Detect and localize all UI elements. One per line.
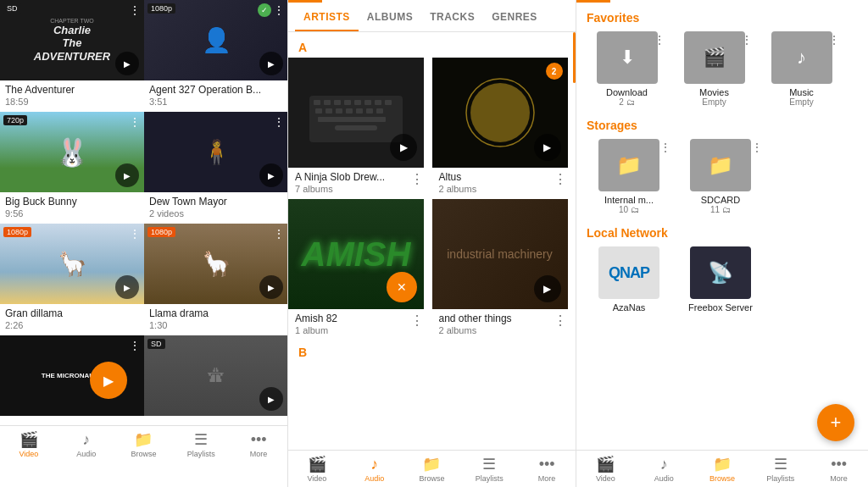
fav-label: Music	[789, 87, 814, 97]
nav-more[interactable]: ••• More	[810, 452, 868, 486]
more-menu-icon[interactable]: ⋮	[409, 313, 426, 329]
music-icon: ♪	[797, 47, 806, 69]
nav-label: Browse	[131, 450, 156, 458]
svg-rect-17	[335, 125, 377, 130]
more-menu-icon[interactable]: ⋮	[273, 227, 285, 241]
tab-genres[interactable]: GENRES	[483, 3, 546, 31]
favorites-grid: ⬇ ⋮ Download 2 🗂 🎬 ⋮ Movies	[587, 31, 858, 107]
browse-icon: 📁	[134, 430, 153, 449]
quality-badge: SD	[147, 339, 165, 349]
play-button[interactable]: ▶	[390, 134, 417, 161]
fav-download[interactable]: ⬇ ⋮ Download 2 🗂	[587, 31, 667, 107]
fab-add-button[interactable]: +	[817, 404, 854, 441]
video-grid: CHAPTER TWO CharlieTheADVENTURER SD ⋮ ▶ …	[0, 0, 287, 425]
play-button-large[interactable]: ▶	[90, 362, 127, 399]
nav-label: Video	[19, 450, 38, 458]
video-item[interactable]: CHAPTER TWO CharlieTheADVENTURER SD ⋮ ▶ …	[0, 0, 144, 112]
network-freebox[interactable]: 📡 Freebox Server	[678, 246, 763, 313]
svg-rect-7	[375, 100, 381, 105]
nav-browse[interactable]: 📁 Browse	[693, 451, 752, 486]
cancel-button[interactable]: ✕	[387, 272, 417, 302]
audio-icon: ♪	[660, 456, 668, 473]
video-duration: 2 videos	[149, 208, 283, 219]
nav-playlists[interactable]: ☰ Playlists	[460, 451, 518, 486]
bottom-nav-right: 🎬 Video ♪ Audio 📁 Browse ☰ Playlists •••…	[576, 450, 868, 487]
bottom-nav-middle: 🎬 Video ♪ Audio 📁 Browse ☰ Playlists •••…	[288, 450, 576, 487]
artist-item[interactable]: 2 ▶ Altus 2 albums ⋮	[432, 58, 576, 199]
storage-internal[interactable]: 📁 ⋮ Internal m... 10 🗂	[587, 139, 671, 214]
storage-sdcard[interactable]: 📁 ⋮ SDCARD 11 🗂	[678, 139, 763, 214]
play-button[interactable]: ▶	[115, 52, 139, 75]
artist-item[interactable]: ▶ A Ninja Slob Drew... 7 albums ⋮	[288, 58, 432, 199]
video-item[interactable]: 🦙 1080p ⋮ ▶ Gran dillama 2:26	[0, 224, 144, 335]
nav-label: Playlists	[476, 474, 504, 483]
nav-browse[interactable]: 📁 Browse	[403, 451, 461, 486]
play-button[interactable]: ▶	[259, 52, 283, 75]
nav-browse[interactable]: 📁 Browse	[115, 427, 173, 462]
bottom-nav-left: 🎬 Video ♪ Audio 📁 Browse ☰ Playlists •••…	[0, 425, 287, 462]
audio-icon: ♪	[370, 456, 378, 473]
play-button[interactable]: ▶	[259, 275, 283, 299]
fav-music[interactable]: ♪ ⋮ Music Empty	[761, 31, 842, 107]
more-menu-icon[interactable]: ⋮	[659, 141, 671, 154]
nav-video[interactable]: 🎬 Video	[288, 451, 346, 486]
video-item[interactable]: THE MICRONAUTS ⋮ ▶	[0, 335, 144, 425]
nav-audio[interactable]: ♪ Audio	[58, 428, 115, 462]
video-item[interactable]: 🧍 ⋮ ▶ Dew Town Mayor 2 videos	[144, 112, 288, 224]
video-title: The Adventurer	[5, 84, 139, 96]
qnap-icon-box: QNAP	[598, 246, 659, 299]
favorites-title: Favorites	[587, 11, 858, 25]
play-button[interactable]: ▶	[259, 387, 283, 411]
playlist-icon: ☰	[774, 455, 787, 473]
download-icon: ⬇	[620, 47, 635, 69]
artist-item[interactable]: industrial machinery ▶ and other things …	[432, 199, 576, 340]
browse-icon: 📁	[713, 455, 732, 473]
more-menu-icon[interactable]: ⋮	[552, 313, 569, 329]
artist-name: Altus	[439, 171, 477, 183]
more-menu-icon[interactable]: ⋮	[273, 115, 285, 129]
video-item[interactable]: 👤 1080p ✓ ⋮ ▶ Agent 327 Operation B... 3…	[144, 0, 288, 112]
artist-name: A Ninja Slob Drew...	[295, 171, 385, 183]
movies-icon: 🎬	[703, 47, 726, 69]
tab-albums[interactable]: ALBUMS	[359, 3, 421, 31]
left-panel: CHAPTER TWO CharlieTheADVENTURER SD ⋮ ▶ …	[0, 0, 288, 487]
network-azanas[interactable]: QNAP AzaNas	[587, 246, 671, 313]
download-icon-box: ⬇	[597, 31, 658, 84]
more-menu-icon[interactable]: ⋮	[409, 171, 426, 187]
more-menu-icon[interactable]: ⋮	[129, 115, 141, 129]
more-menu-icon[interactable]: ⋮	[129, 339, 141, 352]
play-button[interactable]: ▶	[259, 163, 283, 187]
fav-movies[interactable]: 🎬 ⋮ Movies Empty	[674, 31, 754, 107]
more-menu-icon[interactable]: ⋮	[751, 141, 763, 154]
adv-title: CharlieTheADVENTURER	[34, 24, 110, 64]
nav-playlists[interactable]: ☰ Playlists	[751, 451, 810, 486]
nav-playlists[interactable]: ☰ Playlists	[172, 427, 230, 462]
tab-tracks[interactable]: TRACKS	[421, 3, 483, 31]
more-menu-icon[interactable]: ⋮	[654, 33, 665, 47]
more-menu-icon[interactable]: ⋮	[552, 171, 569, 187]
video-item[interactable]: 🐰 720p ⋮ ▶ Big Buck Bunny 9:56	[0, 112, 144, 224]
nav-audio[interactable]: ♪ Audio	[635, 452, 693, 486]
nav-video[interactable]: 🎬 Video	[576, 451, 635, 486]
nav-label: Browse	[419, 474, 444, 483]
more-menu-icon[interactable]: ⋮	[129, 3, 141, 17]
tab-artists[interactable]: ARTISTS	[295, 3, 359, 31]
nav-more[interactable]: ••• More	[518, 452, 576, 486]
play-button[interactable]: ▶	[534, 134, 561, 161]
more-menu-icon[interactable]: ⋮	[741, 33, 753, 47]
more-menu-icon[interactable]: ⋮	[273, 3, 285, 17]
svg-rect-14	[366, 108, 373, 113]
nav-video[interactable]: 🎬 Video	[0, 427, 58, 462]
play-button[interactable]: ▶	[115, 275, 139, 299]
artist-item[interactable]: AMISH ▶ ✕ Amish 82 1 album ⋮	[288, 199, 432, 340]
play-button[interactable]: ▶	[534, 275, 561, 302]
svg-point-19	[470, 83, 530, 142]
more-menu-icon[interactable]: ⋮	[828, 33, 840, 47]
video-item[interactable]: 🛣 SD ▶	[144, 335, 288, 425]
video-item[interactable]: 🦙 1080p ⋮ ▶ Llama drama 1:30	[144, 224, 288, 335]
play-button[interactable]: ▶	[115, 163, 139, 187]
more-menu-icon[interactable]: ⋮	[129, 227, 141, 241]
browse-icon: 📁	[422, 455, 441, 473]
nav-more[interactable]: ••• More	[230, 428, 287, 462]
nav-audio[interactable]: ♪ Audio	[346, 452, 403, 486]
